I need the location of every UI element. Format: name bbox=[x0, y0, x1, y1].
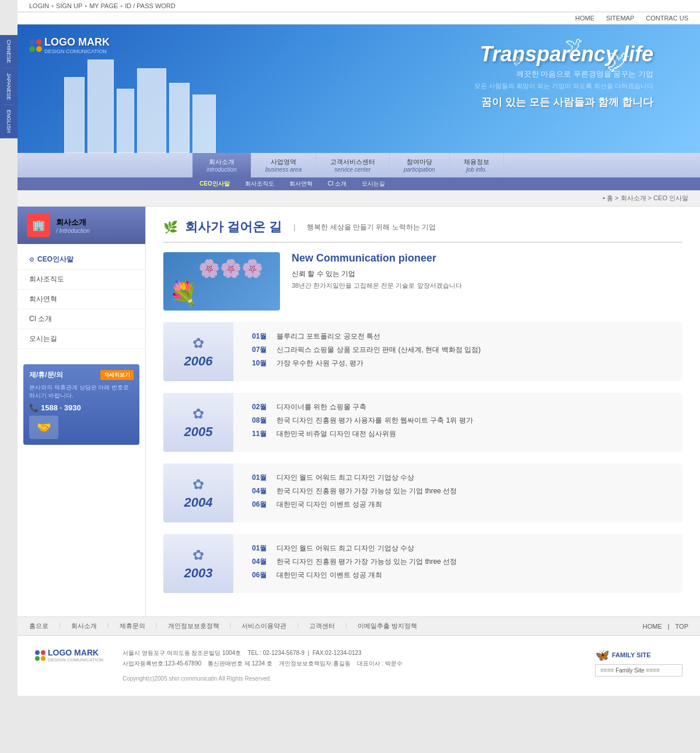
event-month: 02월 bbox=[252, 402, 270, 412]
sitemap-link[interactable]: SITEMAP bbox=[606, 15, 634, 22]
main-content: 🌿 회사가 걸어온 길 | 행복한 세상을 만들기 위해 노력하는 기업 💐 🌸… bbox=[146, 207, 700, 616]
history-section: ✿ 2006 01월 블루리그 포트폴리오 공모전 특선 07월 신그라픽스 쇼… bbox=[163, 322, 682, 593]
event-row: 04월 한국 디자인 진흥원 평가 가장 가능성 있는 기업 three 선정 bbox=[252, 557, 673, 567]
event-row: 01월 디자인 월드 어워드 최고 디자인 기업상 수상 bbox=[252, 473, 673, 483]
events-2006: 01월 블루리그 포트폴리오 공모전 특선 07월 신그라픽스 쇼핑몰 상품 오… bbox=[243, 322, 682, 381]
top-navigation: LOGIN • SIGN UP • MY PAGE • ID / PASS WO… bbox=[18, 0, 700, 12]
sidebar-item-ceo[interactable]: ⊙ CEO인사말 bbox=[18, 250, 145, 270]
sidebar-item-org[interactable]: 회사조직도 bbox=[18, 270, 145, 290]
hero-subtitle: 깨끗한 마음으로 푸른경영을 꿈꾸는 기업 bbox=[474, 69, 653, 79]
handshake-icon: 🤝 bbox=[29, 416, 58, 439]
top-top-link[interactable]: TOP bbox=[676, 623, 688, 630]
events-2004: 01월 디자인 월드 어워드 최고 디자인 기업상 수상 04월 한국 디자인 … bbox=[243, 463, 682, 522]
event-month: 04월 bbox=[252, 557, 270, 567]
event-month: 10월 bbox=[252, 358, 270, 368]
lang-chinese[interactable]: CHINESE bbox=[4, 35, 14, 68]
intro-title: New Communication pioneer bbox=[292, 252, 682, 264]
event-row: 10월 가장 우수한 사원 구성, 평가 bbox=[252, 358, 673, 368]
footer-company-link[interactable]: 회사소개 bbox=[71, 622, 97, 630]
sidebar-header-kr: 회사소개 bbox=[56, 217, 90, 228]
contact-title: 제/휴/문/의 자세히보기 bbox=[29, 370, 134, 380]
nav-item-participation[interactable]: 참여마당 participation bbox=[390, 153, 450, 177]
subnav-org[interactable]: 회사조직도 bbox=[238, 177, 281, 190]
footer-address: 서울시 영등포구 여의도동 참조은빌딩 1004호 TEL : 02-1234-… bbox=[123, 648, 578, 658]
footer-biz-info: 사업자등록번호:123-45-67890 통신판매번호 제 1234 호 개인정… bbox=[123, 658, 578, 669]
history-item-2004: ✿ 2004 01월 디자인 월드 어워드 최고 디자인 기업상 수상 04월 … bbox=[163, 463, 682, 522]
footer-privacy-link[interactable]: 개인정보보호정책 bbox=[168, 622, 219, 630]
event-month: 06월 bbox=[252, 570, 270, 580]
event-month: 01월 bbox=[252, 543, 270, 553]
subnav-ci[interactable]: CI 소개 bbox=[321, 177, 354, 190]
lang-english[interactable]: ENGLISH bbox=[4, 105, 14, 138]
contact-link[interactable]: CONTRAC US bbox=[646, 15, 688, 22]
family-site-link[interactable]: ==== Family Site ==== bbox=[595, 664, 682, 677]
sidebar-item-location[interactable]: 오시는길 bbox=[18, 329, 145, 349]
footer-terms-link[interactable]: 서비스이용약관 bbox=[242, 622, 286, 630]
idpass-link[interactable]: ID / PASS WORD bbox=[125, 2, 176, 9]
year-flower-2004: ✿ bbox=[192, 476, 204, 493]
page-title-decoration: 🌿 bbox=[163, 220, 178, 234]
page-title-area: 🌿 회사가 걸어온 길 | 행복한 세상을 만들기 위해 노력하는 기업 bbox=[163, 218, 682, 243]
footer-email-link[interactable]: 이메일추출 방지정책 bbox=[358, 622, 417, 630]
footer-info: 서울시 영등포구 여의도동 참조은빌딩 1004호 TEL : 02-1234-… bbox=[123, 648, 578, 684]
signup-link[interactable]: SIGN UP bbox=[56, 2, 82, 9]
nav-item-business[interactable]: 사업영역 business area bbox=[251, 153, 316, 177]
nav-kr-company: 회사소개 bbox=[206, 158, 237, 166]
sidebar-item-history[interactable]: 회사연혁 bbox=[18, 290, 145, 309]
subnav-ceo[interactable]: CEO인사말 bbox=[192, 177, 237, 190]
event-desc: 한국 디자인 진흥원 평가 가장 가능성 있는 기업 three 선정 bbox=[276, 486, 457, 496]
event-desc: 디자인 월드 어워드 최고 디자인 기업상 수상 bbox=[276, 473, 414, 483]
sidebar-header-icon: 🏢 bbox=[27, 214, 50, 237]
mypage-link[interactable]: MY PAGE bbox=[89, 2, 118, 9]
footer-logo-text: LOGO MARK bbox=[48, 648, 103, 657]
intro-section: 💐 🌸🌸🌸 New Communication pioneer 신뢰 할 수 있… bbox=[163, 252, 682, 311]
title-divider: | bbox=[293, 223, 295, 231]
footer-support-link[interactable]: 고객센터 bbox=[309, 622, 335, 630]
lang-japanese[interactable]: JAPANESE bbox=[4, 68, 14, 105]
year-flower-2006: ✿ bbox=[192, 335, 204, 351]
event-month: 06월 bbox=[252, 500, 270, 510]
main-navigation: 회사소개 introduction 사업영역 business area 고객서… bbox=[18, 153, 700, 177]
nav-item-company[interactable]: 회사소개 introduction bbox=[192, 153, 251, 177]
content-area: 🏢 회사소개 / Introduction ⊙ CEO인사말 회사조직도 회사연… bbox=[18, 207, 700, 616]
sidebar-item-ci[interactable]: CI 소개 bbox=[18, 309, 145, 329]
login-link[interactable]: LOGIN bbox=[29, 2, 49, 9]
nav-item-job[interactable]: 채용정보 job info. bbox=[450, 153, 504, 177]
active-bullet: ⊙ bbox=[29, 256, 34, 263]
top-home-link[interactable]: HOME bbox=[643, 623, 662, 630]
breadcrumb: • 홈 > 회사소개 > CEO 인사말 bbox=[18, 190, 700, 207]
footer-nav-bar: 홈으로 | 회사소개 | 제휴문의 | 개인정보보호정책 | 서비스이용약관 |… bbox=[18, 616, 700, 636]
nav-en-service: service center bbox=[330, 166, 375, 173]
home-top-link[interactable]: HOME bbox=[575, 15, 594, 22]
footer-links: 홈으로 | 회사소개 | 제휴문의 | 개인정보보호정책 | 서비스이용약관 |… bbox=[29, 622, 417, 630]
year-text-2003: 2003 bbox=[184, 566, 213, 581]
sub-navigation: CEO인사말 회사조직도 회사연혁 CI 소개 오시는길 bbox=[18, 177, 700, 190]
sidebar-header: 🏢 회사소개 / Introduction bbox=[18, 207, 145, 244]
event-desc: 한국 디자인 진흥원 평가 가장 가능성 있는 기업 three 선정 bbox=[276, 557, 457, 567]
header: HOME SITEMAP CONTRAC US bbox=[18, 12, 700, 207]
footer-home-link[interactable]: 홈으로 bbox=[29, 622, 48, 630]
event-desc: 신그라픽스 쇼핑몰 상품 오프라인 판매 (산세계, 현대 백화점 입점) bbox=[276, 345, 481, 355]
event-desc: 디자이너를 위한 쇼핑몰 구축 bbox=[276, 402, 366, 412]
event-row: 06월 대한민국 디자인 이벤트 성공 개최 bbox=[252, 500, 673, 510]
hero-tagline: 꿈이 있는 모든 사람들과 함께 합니다 bbox=[474, 95, 653, 109]
nav-en-company: introduction bbox=[206, 166, 237, 173]
contact-detail-button[interactable]: 자세히보기 bbox=[100, 370, 134, 380]
sidebar-header-en: / Introduction bbox=[56, 228, 90, 234]
flower-icon: 💐 bbox=[169, 280, 198, 308]
hero-buildings bbox=[52, 48, 216, 153]
hero-banner: LOGO MARK DESIGN COMUNICATION 🕊 🕊 🕊 Tran… bbox=[18, 25, 700, 153]
year-text-2005: 2005 bbox=[184, 424, 213, 440]
event-month: 01월 bbox=[252, 332, 270, 341]
event-month: 01월 bbox=[252, 473, 270, 483]
history-item-2006: ✿ 2006 01월 블루리그 포트폴리오 공모전 특선 07월 신그라픽스 쇼… bbox=[163, 322, 682, 381]
footer-family-site: 🦋 FAMILY SITE ==== Family Site ==== bbox=[595, 648, 682, 677]
nav-item-service[interactable]: 고객서비스센터 service center bbox=[316, 153, 390, 177]
nav-kr-business: 사업영역 bbox=[265, 158, 302, 166]
subnav-location[interactable]: 오시는길 bbox=[355, 177, 392, 190]
sidebar-menu: ⊙ CEO인사말 회사조직도 회사연혁 CI 소개 오시는길 bbox=[18, 244, 145, 355]
footer-partnership-link[interactable]: 제휴문의 bbox=[120, 622, 145, 630]
subnav-history[interactable]: 회사연혁 bbox=[282, 177, 320, 190]
events-2005: 02월 디자이너를 위한 쇼핑몰 구축 08월 한국 디자인 진흥원 평가 사용… bbox=[243, 393, 682, 452]
event-desc: 가장 우수한 사원 구성, 평가 bbox=[276, 358, 363, 368]
